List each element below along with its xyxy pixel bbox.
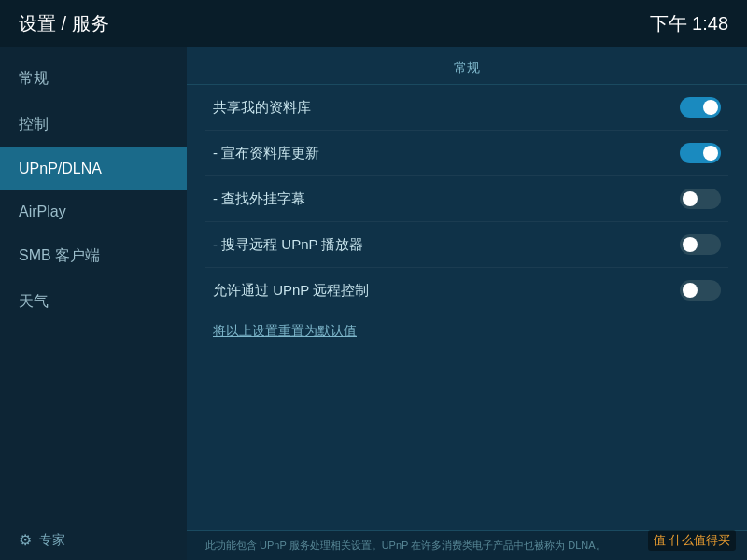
setting-row-share-library: 共享我的资料库 [205, 85, 728, 131]
settings-list: 共享我的资料库 - 宣布资料库更新 - 查找外挂字幕 [187, 85, 747, 313]
toggle-knob [703, 100, 718, 115]
toggle-knob [703, 146, 718, 161]
toggle-search-remote[interactable] [680, 234, 721, 255]
header: 设置 / 服务 下午 1:48 [0, 0, 747, 47]
setting-label-announce-updates: - 宣布资料库更新 [213, 145, 319, 162]
expert-label: 专家 [39, 532, 65, 549]
setting-label-search-subtitles: - 查找外挂字幕 [213, 190, 305, 208]
sidebar-item-control[interactable]: 控制 [0, 102, 187, 147]
sidebar-item-weather[interactable]: 天气 [0, 279, 187, 325]
toggle-share-library[interactable] [680, 97, 721, 118]
toggle-search-subtitles[interactable] [680, 189, 721, 209]
toggle-announce-updates[interactable] [680, 143, 721, 163]
toggle-knob [683, 191, 698, 206]
sidebar-nav: 常规 控制 UPnP/DLNA AirPlay SMB 客户端 天气 [0, 56, 187, 325]
setting-row-allow-upnp-control: 允许通过 UPnP 远程控制 [205, 268, 728, 313]
sidebar: 常规 控制 UPnP/DLNA AirPlay SMB 客户端 天气 ⚙ 专家 [0, 47, 187, 560]
content-area: 常规 共享我的资料库 - 宣布资料库更新 - 查找外挂字幕 [187, 47, 747, 560]
setting-row-announce-updates: - 宣布资料库更新 [205, 131, 728, 176]
clock: 下午 1:48 [650, 11, 728, 36]
section-title: 常规 [187, 47, 747, 85]
sidebar-item-general[interactable]: 常规 [0, 56, 187, 102]
sidebar-item-smb[interactable]: SMB 客户端 [0, 233, 187, 279]
reset-defaults-link[interactable]: 将以上设置重置为默认值 [213, 323, 357, 338]
reset-row: 将以上设置重置为默认值 [187, 313, 747, 340]
expert-button[interactable]: ⚙ 专家 [0, 520, 187, 560]
sidebar-item-upnp[interactable]: UPnP/DLNA [0, 147, 187, 190]
page-title: 设置 / 服务 [19, 11, 109, 36]
setting-label-search-remote: - 搜寻远程 UPnP 播放器 [213, 236, 363, 254]
watermark: 值 什么值得买 [648, 530, 736, 551]
gear-icon: ⚙ [19, 531, 32, 549]
setting-label-allow-upnp-control: 允许通过 UPnP 远程控制 [213, 282, 369, 300]
main-layout: 常规 控制 UPnP/DLNA AirPlay SMB 客户端 天气 ⚙ 专家 … [0, 47, 747, 560]
setting-label-share-library: 共享我的资料库 [213, 99, 311, 117]
toggle-knob [683, 237, 698, 252]
setting-row-search-subtitles: - 查找外挂字幕 [205, 176, 728, 222]
spacer [187, 340, 747, 530]
setting-row-search-remote: - 搜寻远程 UPnP 播放器 [205, 222, 728, 268]
toggle-allow-upnp-control[interactable] [680, 280, 721, 301]
toggle-knob [683, 283, 698, 298]
sidebar-item-airplay[interactable]: AirPlay [0, 190, 187, 233]
